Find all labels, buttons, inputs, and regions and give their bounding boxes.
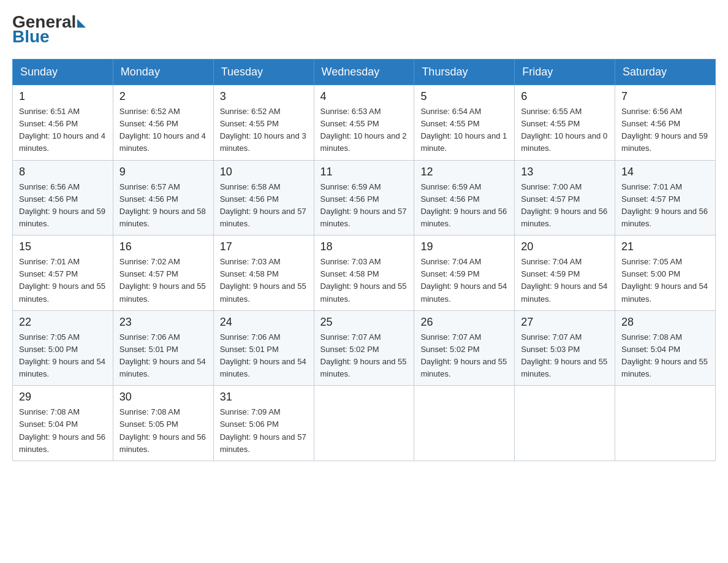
calendar-week-5: 29Sunrise: 7:08 AMSunset: 5:04 PMDayligh… <box>13 386 716 461</box>
day-number: 14 <box>621 166 709 178</box>
calendar-header-wednesday: Wednesday <box>314 59 414 85</box>
calendar-cell: 7Sunrise: 6:56 AMSunset: 4:56 PMDaylight… <box>615 85 716 161</box>
day-number: 21 <box>621 240 709 253</box>
day-info: Sunrise: 7:01 AMSunset: 4:57 PMDaylight:… <box>621 181 709 231</box>
calendar-cell: 2Sunrise: 6:52 AMSunset: 4:56 PMDaylight… <box>113 85 213 161</box>
day-number: 22 <box>19 316 107 329</box>
calendar-cell <box>615 386 716 461</box>
day-info: Sunrise: 6:59 AMSunset: 4:56 PMDaylight:… <box>420 181 508 231</box>
calendar-cell <box>314 386 414 461</box>
calendar-cell: 21Sunrise: 7:05 AMSunset: 5:00 PMDayligh… <box>615 236 716 311</box>
calendar-cell <box>414 386 515 461</box>
day-number: 17 <box>220 240 308 253</box>
day-number: 1 <box>19 90 107 103</box>
calendar-cell: 19Sunrise: 7:04 AMSunset: 4:59 PMDayligh… <box>414 236 515 311</box>
logo-blue-text: Blue <box>12 27 50 47</box>
day-info: Sunrise: 7:04 AMSunset: 4:59 PMDaylight:… <box>420 256 508 305</box>
day-number: 13 <box>521 166 609 178</box>
calendar-cell: 30Sunrise: 7:08 AMSunset: 5:05 PMDayligh… <box>113 386 213 461</box>
day-number: 30 <box>119 391 207 404</box>
calendar-cell: 4Sunrise: 6:53 AMSunset: 4:55 PMDaylight… <box>314 85 414 161</box>
calendar-cell: 17Sunrise: 7:03 AMSunset: 4:58 PMDayligh… <box>213 236 314 311</box>
day-info: Sunrise: 7:07 AMSunset: 5:03 PMDaylight:… <box>521 331 609 381</box>
day-info: Sunrise: 6:55 AMSunset: 4:55 PMDaylight:… <box>521 105 609 155</box>
day-number: 6 <box>521 90 609 103</box>
page-header: General Blue <box>12 12 716 47</box>
day-info: Sunrise: 6:53 AMSunset: 4:55 PMDaylight:… <box>320 105 408 155</box>
day-info: Sunrise: 7:07 AMSunset: 5:02 PMDaylight:… <box>320 331 408 381</box>
calendar-cell: 20Sunrise: 7:04 AMSunset: 4:59 PMDayligh… <box>515 236 615 311</box>
calendar-cell: 27Sunrise: 7:07 AMSunset: 5:03 PMDayligh… <box>515 310 615 386</box>
day-info: Sunrise: 7:07 AMSunset: 5:02 PMDaylight:… <box>420 331 508 381</box>
day-info: Sunrise: 7:03 AMSunset: 4:58 PMDaylight:… <box>320 256 408 305</box>
day-info: Sunrise: 6:57 AMSunset: 4:56 PMDaylight:… <box>119 181 207 231</box>
day-info: Sunrise: 6:56 AMSunset: 4:56 PMDaylight:… <box>19 181 107 231</box>
calendar-cell: 9Sunrise: 6:57 AMSunset: 4:56 PMDaylight… <box>113 160 213 236</box>
calendar-cell: 15Sunrise: 7:01 AMSunset: 4:57 PMDayligh… <box>13 236 113 311</box>
day-info: Sunrise: 6:56 AMSunset: 4:56 PMDaylight:… <box>621 105 709 155</box>
day-number: 23 <box>119 316 207 329</box>
day-info: Sunrise: 7:09 AMSunset: 5:06 PMDaylight:… <box>220 406 308 456</box>
day-info: Sunrise: 6:54 AMSunset: 4:55 PMDaylight:… <box>420 105 508 155</box>
calendar-week-2: 8Sunrise: 6:56 AMSunset: 4:56 PMDaylight… <box>13 160 716 236</box>
day-info: Sunrise: 7:08 AMSunset: 5:04 PMDaylight:… <box>19 406 107 456</box>
calendar-header-saturday: Saturday <box>615 59 716 85</box>
day-info: Sunrise: 6:52 AMSunset: 4:55 PMDaylight:… <box>220 105 308 155</box>
calendar-header-thursday: Thursday <box>414 59 515 85</box>
calendar-cell: 14Sunrise: 7:01 AMSunset: 4:57 PMDayligh… <box>615 160 716 236</box>
day-number: 29 <box>19 391 107 404</box>
calendar-cell: 25Sunrise: 7:07 AMSunset: 5:02 PMDayligh… <box>314 310 414 386</box>
day-number: 3 <box>220 90 308 103</box>
calendar-cell: 23Sunrise: 7:06 AMSunset: 5:01 PMDayligh… <box>113 310 213 386</box>
calendar-cell: 8Sunrise: 6:56 AMSunset: 4:56 PMDaylight… <box>13 160 113 236</box>
calendar-header-tuesday: Tuesday <box>213 59 314 85</box>
day-info: Sunrise: 6:51 AMSunset: 4:56 PMDaylight:… <box>19 105 107 155</box>
day-number: 31 <box>220 391 308 404</box>
calendar-cell: 29Sunrise: 7:08 AMSunset: 5:04 PMDayligh… <box>13 386 113 461</box>
calendar-week-1: 1Sunrise: 6:51 AMSunset: 4:56 PMDaylight… <box>13 85 716 161</box>
calendar-cell: 12Sunrise: 6:59 AMSunset: 4:56 PMDayligh… <box>414 160 515 236</box>
day-info: Sunrise: 7:01 AMSunset: 4:57 PMDaylight:… <box>19 256 107 305</box>
calendar-header-row: SundayMondayTuesdayWednesdayThursdayFrid… <box>13 59 716 85</box>
day-info: Sunrise: 7:02 AMSunset: 4:57 PMDaylight:… <box>119 256 207 305</box>
day-number: 18 <box>320 240 408 253</box>
day-number: 26 <box>420 316 508 329</box>
calendar-cell: 16Sunrise: 7:02 AMSunset: 4:57 PMDayligh… <box>113 236 213 311</box>
calendar-cell: 24Sunrise: 7:06 AMSunset: 5:01 PMDayligh… <box>213 310 314 386</box>
calendar-header-monday: Monday <box>113 59 213 85</box>
day-info: Sunrise: 6:59 AMSunset: 4:56 PMDaylight:… <box>320 181 408 231</box>
day-info: Sunrise: 7:08 AMSunset: 5:04 PMDaylight:… <box>621 331 709 381</box>
calendar-cell: 13Sunrise: 7:00 AMSunset: 4:57 PMDayligh… <box>515 160 615 236</box>
calendar-cell: 5Sunrise: 6:54 AMSunset: 4:55 PMDaylight… <box>414 85 515 161</box>
day-info: Sunrise: 7:04 AMSunset: 4:59 PMDaylight:… <box>521 256 609 305</box>
calendar-header-sunday: Sunday <box>13 59 113 85</box>
day-number: 4 <box>320 90 408 103</box>
day-number: 28 <box>621 316 709 329</box>
calendar-cell: 3Sunrise: 6:52 AMSunset: 4:55 PMDaylight… <box>213 85 314 161</box>
calendar-cell: 22Sunrise: 7:05 AMSunset: 5:00 PMDayligh… <box>13 310 113 386</box>
calendar-cell: 26Sunrise: 7:07 AMSunset: 5:02 PMDayligh… <box>414 310 515 386</box>
calendar-cell <box>515 386 615 461</box>
day-info: Sunrise: 7:05 AMSunset: 5:00 PMDaylight:… <box>621 256 709 305</box>
day-number: 24 <box>220 316 308 329</box>
day-number: 12 <box>420 166 508 178</box>
day-number: 16 <box>119 240 207 253</box>
day-number: 5 <box>420 90 508 103</box>
day-info: Sunrise: 7:00 AMSunset: 4:57 PMDaylight:… <box>521 181 609 231</box>
day-number: 15 <box>19 240 107 253</box>
calendar-cell: 31Sunrise: 7:09 AMSunset: 5:06 PMDayligh… <box>213 386 314 461</box>
calendar-table: SundayMondayTuesdayWednesdayThursdayFrid… <box>12 59 716 461</box>
calendar-cell: 28Sunrise: 7:08 AMSunset: 5:04 PMDayligh… <box>615 310 716 386</box>
day-info: Sunrise: 7:08 AMSunset: 5:05 PMDaylight:… <box>119 406 207 456</box>
day-number: 9 <box>119 166 207 178</box>
day-info: Sunrise: 7:06 AMSunset: 5:01 PMDaylight:… <box>220 331 308 381</box>
day-number: 2 <box>119 90 207 103</box>
calendar-header-friday: Friday <box>515 59 615 85</box>
day-info: Sunrise: 7:06 AMSunset: 5:01 PMDaylight:… <box>119 331 207 381</box>
day-number: 27 <box>521 316 609 329</box>
calendar-cell: 1Sunrise: 6:51 AMSunset: 4:56 PMDaylight… <box>13 85 113 161</box>
day-number: 8 <box>19 166 107 178</box>
day-number: 7 <box>621 90 709 103</box>
day-number: 20 <box>521 240 609 253</box>
calendar-cell: 11Sunrise: 6:59 AMSunset: 4:56 PMDayligh… <box>314 160 414 236</box>
